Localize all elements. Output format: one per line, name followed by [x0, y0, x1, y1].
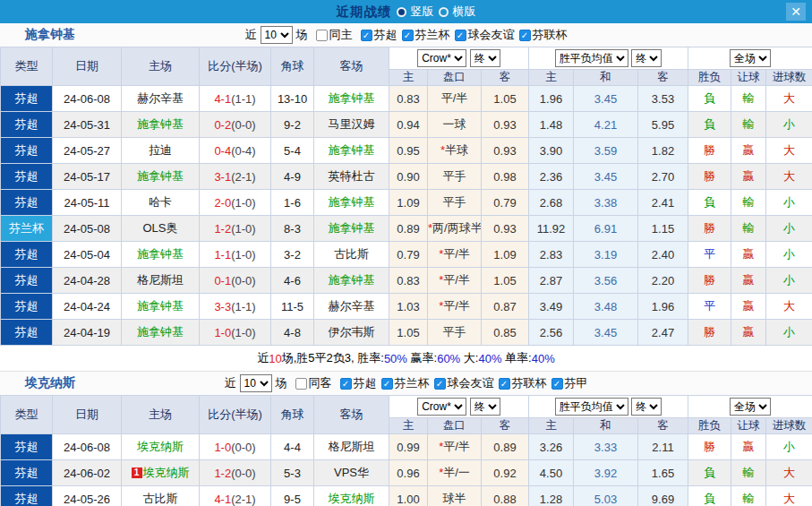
cell-handicap-result: 贏: [731, 268, 766, 294]
same-venue-filter[interactable]: 同客: [295, 375, 332, 391]
average-odds-select[interactable]: 胜平负均值: [555, 49, 628, 67]
cell-result: 負: [688, 460, 731, 486]
cell-league: 芬超: [1, 434, 53, 460]
col-handicap-result-header: 让球: [731, 418, 766, 434]
odds-time-select[interactable]: 终: [470, 398, 500, 416]
recent-count-select[interactable]: 10: [261, 26, 293, 44]
near-label: 近: [245, 27, 257, 43]
col-goals-header: 进球数: [766, 418, 812, 434]
cell-date: 24-05-11: [53, 190, 122, 216]
bookmaker-select[interactable]: Crow*: [417, 49, 466, 67]
cell-league: 芬超: [1, 320, 53, 346]
league-filter[interactable]: ✓球会友谊: [434, 375, 494, 391]
euro-odds-controls: 胜平负均值 终: [529, 47, 688, 70]
cell-league: 芬超: [1, 138, 53, 164]
cell-handicap: 平手: [428, 320, 482, 346]
match-row: 芬超24-05-26古比斯4-1(2-1)9-5埃克纳斯1.00球半0.881.…: [1, 486, 812, 506]
cell-euro-home-odds: 1.96: [529, 86, 574, 112]
cell-asia-away-odds: 0.98: [482, 164, 529, 190]
euro-time-select[interactable]: 终: [631, 49, 662, 67]
col-result-header: 胜负: [688, 70, 731, 86]
horizontal-layout-label[interactable]: 横版: [453, 4, 476, 20]
league-filter[interactable]: ✓芬甲: [551, 375, 588, 391]
checkbox-icon: [295, 378, 307, 390]
same-venue-filter[interactable]: 同主: [316, 27, 353, 43]
cell-asia-away-odds: 0.89: [482, 434, 529, 460]
checkbox-label: 芬联杯: [512, 375, 547, 391]
league-filter[interactable]: ✓芬超: [361, 27, 397, 43]
cell-handicap-result: 輸: [731, 86, 766, 112]
recent-count-select[interactable]: 10: [240, 374, 272, 392]
cell-euro-home-odds: 2.56: [529, 320, 574, 346]
cell-euro-draw-odds: 3.92: [574, 460, 638, 486]
col-asia-home-header: 主: [389, 70, 428, 86]
cell-asia-home-odds: 0.79: [389, 242, 428, 268]
cell-score: 0-1(0-0): [200, 268, 271, 294]
col-euro-home-header: 主: [529, 70, 574, 86]
cell-score: 1-1(1-0): [200, 242, 271, 268]
cell-asia-home-odds: 1.00: [389, 486, 428, 506]
stats-summary: 近10场,胜5平2负3, 胜率:50% 赢率:60% 大:40% 单率:40%: [0, 346, 812, 371]
average-odds-select[interactable]: 胜平负均值: [555, 398, 628, 416]
odds-time-select[interactable]: 终: [470, 49, 500, 67]
cell-score: 0-4(0-4): [200, 138, 271, 164]
cell-date: 24-06-08: [53, 434, 122, 460]
cell-result: 負: [688, 486, 731, 506]
league-filter[interactable]: ✓芬兰杯: [381, 375, 430, 391]
cell-away-team: 赫尔辛基: [314, 294, 389, 320]
league-filter[interactable]: ✓球会友谊: [455, 27, 515, 43]
cell-handicap: *半/一: [428, 460, 482, 486]
cell-result: 勝: [688, 216, 731, 242]
cell-handicap-result: 輸: [731, 112, 766, 138]
league-filter[interactable]: ✓芬兰杯: [402, 27, 450, 43]
cell-home-team: 施拿钟基: [122, 242, 200, 268]
cell-euro-away-odds: 2.20: [638, 268, 688, 294]
cell-result: 勝: [688, 138, 731, 164]
cell-goals-result: 小: [766, 216, 812, 242]
cell-euro-home-odds: 11.92: [529, 216, 574, 242]
cell-corners: 8-3: [271, 216, 314, 242]
euro-time-select[interactable]: 终: [631, 398, 662, 416]
bookmaker-select[interactable]: Crow*: [417, 398, 466, 416]
section-header: 埃克纳斯 近 10 场 同客 ✓芬超✓芬兰杯✓球会友谊✓芬联杯✓芬甲: [0, 371, 812, 395]
cell-euro-away-odds: 1.15: [638, 216, 688, 242]
scope-select[interactable]: 全场: [730, 49, 771, 67]
col-date-header: 日期: [53, 47, 122, 86]
cell-asia-home-odds: 0.99: [389, 434, 428, 460]
cell-score: 0-2(0-0): [200, 112, 271, 138]
summary-segment: 50%: [384, 352, 407, 365]
cell-asia-away-odds: 0.87: [482, 294, 529, 320]
cell-corners: 9-5: [271, 486, 314, 506]
close-icon[interactable]: ✕: [786, 3, 806, 21]
vertical-layout-radio-icon[interactable]: [397, 7, 406, 17]
cell-asia-away-odds: 0.85: [482, 320, 529, 346]
checkbox-label: 芬兰杯: [415, 27, 450, 43]
scope-controls: 全场: [688, 47, 812, 70]
section-header: 施拿钟基 近 10 场 同主 ✓芬超✓芬兰杯✓球会友谊✓芬联杯: [0, 23, 812, 47]
cell-goals-result: 大: [766, 486, 812, 506]
league-filter[interactable]: ✓芬联杯: [519, 27, 568, 43]
near-label: 近: [225, 375, 236, 391]
checkbox-label: 同客: [309, 375, 332, 391]
horizontal-layout-radio-icon[interactable]: [439, 7, 449, 17]
checkbox-icon: ✓: [499, 378, 510, 390]
cell-date: 24-06-08: [53, 86, 122, 112]
cell-corners: 5-3: [271, 460, 314, 486]
cell-score: 3-3(1-1): [200, 294, 271, 320]
col-euro-away-header: 客: [638, 70, 688, 86]
cell-asia-away-odds: 0.93: [482, 112, 529, 138]
cell-euro-draw-odds: 3.33: [574, 434, 638, 460]
cell-handicap: *平/半: [428, 294, 482, 320]
col-asia-away-header: 客: [482, 418, 529, 434]
league-filter[interactable]: ✓芬超: [340, 375, 377, 391]
col-handicap-result-header: 让球: [731, 70, 766, 86]
cell-handicap-result: 輸: [731, 460, 766, 486]
scope-select[interactable]: 全场: [730, 398, 771, 416]
match-row: 芬超24-06-08赫尔辛基4-1(1-1)13-10施拿钟基0.83平/半1.…: [1, 86, 812, 112]
cell-corners: 1-6: [271, 190, 314, 216]
cell-euro-home-odds: 1.28: [529, 486, 574, 506]
euro-odds-controls: 胜平负均值 终: [529, 396, 688, 418]
league-filter[interactable]: ✓芬联杯: [499, 375, 547, 391]
cell-date: 24-05-04: [53, 242, 122, 268]
vertical-layout-label[interactable]: 竖版: [411, 4, 434, 20]
